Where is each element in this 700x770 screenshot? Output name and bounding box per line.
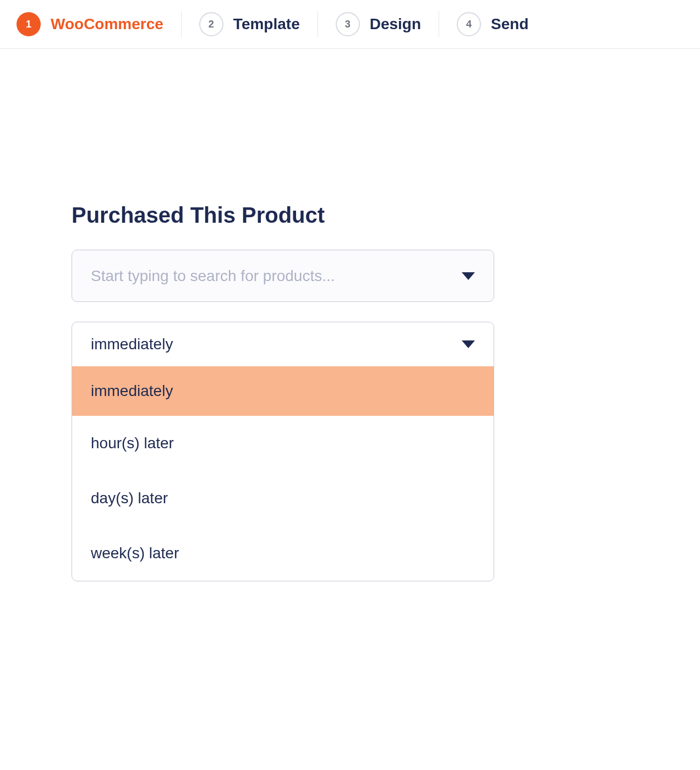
stepper: 1 WooCommerce 2 Template 3 Design 4 Send [0,0,700,49]
caret-down-icon [462,340,475,348]
timing-option-hours[interactable]: hour(s) later [72,416,494,471]
product-search-field[interactable]: Start typing to search for products... [72,250,494,302]
step-label-template: Template [233,15,300,33]
step-label-design: Design [370,15,421,33]
step-divider [181,11,182,37]
step-number-2: 2 [199,12,223,36]
timing-dropdown-toggle[interactable]: immediately [72,322,494,366]
timing-option-weeks[interactable]: week(s) later [72,526,494,581]
caret-down-icon [462,272,475,280]
step-divider [318,11,318,37]
step-divider [439,11,439,37]
step-number-4: 4 [457,12,481,36]
step-design[interactable]: 3 Design [336,12,439,36]
step-label-send: Send [491,15,528,33]
timing-option-days[interactable]: day(s) later [72,471,494,526]
content-area: Purchased This Product Start typing to s… [0,49,495,581]
step-send[interactable]: 4 Send [457,12,546,36]
timing-dropdown: immediately immediately hour(s) later da… [72,322,494,581]
step-template[interactable]: 2 Template [199,12,318,36]
step-number-3: 3 [336,12,360,36]
section-title: Purchased This Product [72,203,424,228]
step-number-1: 1 [17,12,41,36]
search-placeholder: Start typing to search for products... [91,267,335,285]
timing-option-immediately[interactable]: immediately [72,366,494,416]
step-woocommerce[interactable]: 1 WooCommerce [17,12,181,36]
step-label-woocommerce: WooCommerce [51,15,163,33]
timing-selected-value: immediately [91,336,173,353]
